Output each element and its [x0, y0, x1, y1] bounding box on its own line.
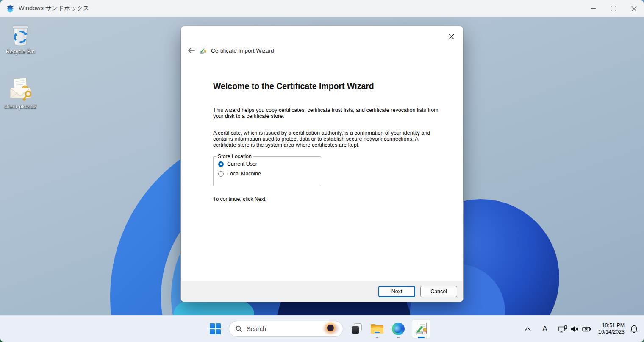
desktop-icon-recycle-bin[interactable]: Recycle Bin — [0, 23, 41, 55]
wizard-heading: Welcome to the Certificate Import Wizard — [213, 81, 450, 91]
store-location-groupbox: Store Location Current User Local Machin… — [213, 156, 321, 186]
task-view-button[interactable] — [349, 322, 364, 336]
certificate-wizard-icon — [414, 322, 428, 336]
radio-current-user[interactable]: Current User — [218, 161, 321, 167]
cancel-button[interactable]: Cancel — [420, 286, 457, 297]
continue-hint: To continue, click Next. — [213, 196, 267, 202]
radio-unselected-icon — [218, 171, 224, 177]
wizard-paragraph-2: A certificate, which is issued by a cert… — [213, 130, 440, 148]
next-button[interactable]: Next — [378, 286, 415, 297]
dialog-close-button[interactable] — [446, 31, 456, 42]
notification-center-button[interactable] — [630, 325, 638, 333]
certificate-file-icon — [8, 77, 33, 103]
clock[interactable]: 10:51 PM 10/14/2023 — [598, 323, 625, 335]
back-arrow-icon[interactable] — [187, 47, 195, 54]
taskbar: Search — [0, 315, 644, 342]
microsoft-edge-button[interactable] — [391, 319, 406, 339]
running-indicator — [376, 337, 378, 338]
windows-sandbox-icon — [6, 4, 15, 13]
close-icon — [631, 6, 637, 11]
taskbar-center: Search — [208, 316, 430, 342]
close-icon — [448, 33, 455, 40]
tray-time: 10:51 PM — [598, 323, 625, 329]
file-explorer-button[interactable] — [369, 319, 385, 339]
minimize-icon — [591, 8, 596, 8]
desktop-icon-label: client-pkcs12 — [0, 103, 41, 110]
wizard-paragraph-1: This wizard helps you copy certificates,… — [213, 107, 440, 119]
chevron-up-icon — [525, 327, 531, 331]
dialog-title: Certificate Import Wizard — [211, 47, 274, 54]
desktop: Recycle Bin — [0, 17, 644, 316]
desktop-icon-client-pkcs12[interactable]: client-pkcs12 — [0, 77, 41, 110]
certificate-import-wizard-dialog: Certificate Import Wizard Welcome to the… — [181, 26, 463, 302]
search-box[interactable]: Search — [229, 321, 343, 337]
search-placeholder: Search — [247, 325, 317, 332]
tray-date: 10/14/2023 — [598, 329, 625, 335]
notification-bell-icon — [630, 325, 638, 333]
close-window-button[interactable] — [624, 0, 644, 17]
dialog-footer: Next Cancel — [181, 281, 463, 302]
radio-selected-icon — [218, 161, 224, 167]
dialog-header: Certificate Import Wizard — [187, 45, 274, 56]
tray-chevron-up-button[interactable] — [525, 327, 531, 331]
quick-settings-button[interactable] — [557, 324, 593, 334]
start-button[interactable] — [208, 321, 223, 336]
maximize-icon — [611, 6, 616, 11]
groupbox-label: Store Location — [216, 153, 253, 159]
certificate-wizard-taskbar-button[interactable] — [412, 319, 430, 339]
maximize-button[interactable] — [603, 0, 624, 17]
battery-unavailable-icon — [582, 325, 592, 333]
window-title: Windows サンドボックス — [19, 4, 89, 12]
desktop-icon-label: Recycle Bin — [0, 48, 41, 55]
search-highlight-eclipse-icon — [322, 323, 341, 335]
running-indicator — [397, 337, 400, 338]
titlebar: Windows サンドボックス — [0, 0, 644, 17]
search-icon — [236, 325, 242, 332]
network-icon — [558, 325, 568, 333]
system-tray: A 10:51 PM — [525, 316, 638, 342]
certificate-wizard-icon — [199, 47, 207, 55]
window-controls — [583, 0, 644, 17]
active-indicator — [418, 337, 425, 338]
sandbox-window: Windows サンドボックス — [0, 0, 644, 342]
recycle-bin-icon — [9, 23, 32, 47]
volume-icon — [571, 325, 579, 333]
radio-local-machine[interactable]: Local Machine — [218, 171, 321, 177]
windows-logo-icon — [210, 323, 221, 334]
edge-icon — [392, 323, 405, 335]
file-explorer-icon — [370, 323, 384, 335]
minimize-button[interactable] — [583, 0, 603, 17]
ime-indicator[interactable]: A — [541, 325, 549, 333]
